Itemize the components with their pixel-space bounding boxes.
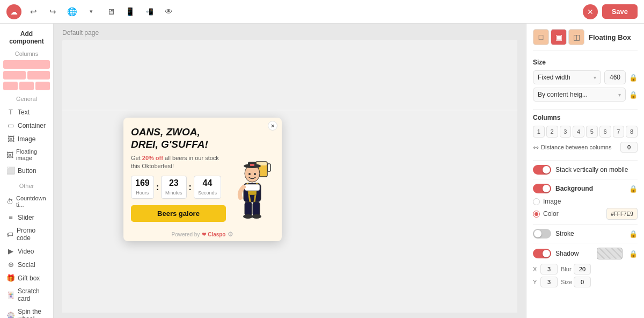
col-third-2[interactable] [19, 82, 34, 90]
countdown-sep-2: : [189, 183, 192, 192]
rp-col-2[interactable]: 2 [546, 126, 558, 138]
rp-columns-grid: 1 2 3 4 5 6 7 8 [533, 126, 638, 138]
rp-divider-4 [533, 224, 638, 225]
columns-group [3, 60, 50, 90]
rp-stroke-toggle[interactable] [533, 229, 551, 238]
floating-box-popup: ✕ OANS, ZWOA, DREI, G'SUFFA! Get 20% off… [123, 118, 282, 241]
popup-cta-button[interactable]: Beers galore [131, 205, 226, 222]
sidebar-item-spin[interactable]: 🎡 Spin the wheel [3, 305, 50, 318]
rp-col-3[interactable]: 3 [560, 126, 572, 138]
rp-col-8[interactable]: 8 [626, 126, 638, 138]
rp-stack-mobile-toggle[interactable] [533, 165, 551, 175]
rp-bg-color-radio[interactable] [533, 211, 540, 218]
rp-bg-image-radio[interactable] [533, 198, 540, 205]
svg-point-12 [248, 173, 251, 175]
columns-section-label: Columns [3, 50, 50, 57]
col-row-3 [3, 82, 50, 90]
sidebar-item-scratch[interactable]: 🃏 Scratch card [3, 285, 50, 305]
tablet-icon[interactable]: 📱 [122, 4, 137, 19]
rp-shadow-lock: 🔒 [629, 250, 638, 258]
rp-shadow-y: Y [533, 277, 558, 287]
left-sidebar: Add component Columns General T Text ▭ C… [0, 24, 54, 318]
video-icon: ▶ [6, 247, 15, 255]
other-section-label: Other [3, 183, 50, 189]
rp-type-icon-1[interactable]: □ [533, 29, 549, 45]
rp-size-title: Size [533, 59, 638, 66]
col-third-1[interactable] [3, 82, 18, 90]
rp-shadow-blur-input[interactable] [574, 264, 591, 274]
sidebar-item-floating-image[interactable]: 🖼 Floating image [3, 146, 50, 164]
svg-rect-7 [245, 184, 260, 191]
rp-shadow-y-input[interactable] [540, 277, 558, 287]
sidebar-item-promo[interactable]: 🏷 Promo code [3, 224, 50, 244]
col-third-3[interactable] [35, 82, 50, 90]
rp-shadow-x-input[interactable] [540, 264, 558, 274]
col-single[interactable] [3, 60, 50, 69]
col-half-1[interactable] [3, 71, 26, 80]
rp-col-6[interactable]: 6 [599, 126, 611, 138]
rp-width-value[interactable]: 460 [604, 70, 626, 84]
save-button[interactable]: Save [602, 4, 638, 19]
redo-button[interactable]: ↪ [45, 4, 60, 19]
canvas-area: Default page ✕ OANS, ZWOA, DREI, G'SUFFA… [54, 24, 526, 318]
popup-close-button[interactable]: ✕ [268, 121, 277, 131]
rp-color-chip[interactable]: #FFF7E9 [606, 208, 638, 220]
rp-col-1[interactable]: 1 [533, 126, 545, 138]
promo-icon: 🏷 [6, 230, 14, 238]
rp-bg-color-row: Color #FFF7E9 [533, 208, 638, 220]
rp-shadow-x: X [533, 264, 558, 274]
rp-shadow-size: Size [561, 277, 591, 287]
social-icon: ⊕ [6, 261, 15, 269]
rp-type-icon-2[interactable]: ▣ [551, 29, 567, 45]
col-row-2 [3, 71, 50, 80]
sidebar-item-countdown[interactable]: ⏱ Countdown ti... [3, 192, 50, 211]
mobile-icon[interactable]: 📲 [142, 4, 157, 19]
preview-icon[interactable]: 👁 [161, 4, 176, 19]
close-button[interactable]: ✕ [583, 4, 598, 19]
sidebar-title: Add component [3, 30, 50, 45]
rp-width-lock: 🔒 [629, 74, 638, 82]
countdown-sep-1: : [156, 183, 159, 192]
col-half-2[interactable] [27, 71, 50, 80]
topbar: ☁ ↩ ↪ 🌐 ▾ 🖥 📱 📲 👁 ✕ Save [0, 0, 644, 24]
rp-height-select[interactable]: By content heig... ▾ [533, 88, 626, 102]
chevron-down-icon[interactable]: ▾ [84, 4, 99, 19]
sidebar-item-video[interactable]: ▶ Video [3, 244, 50, 258]
rp-size-section: Size Fixed width ▾ 460 🔒 By content heig… [533, 59, 638, 102]
toggle-knob-shadow [543, 250, 550, 257]
button-icon: ⬜ [6, 167, 15, 175]
rp-col-7[interactable]: 7 [613, 126, 625, 138]
sidebar-item-slider[interactable]: ≡ Slider [3, 211, 50, 224]
sidebar-item-text[interactable]: T Text [3, 105, 50, 119]
sidebar-item-container[interactable]: ▭ Container [3, 119, 50, 132]
undo-button[interactable]: ↩ [26, 4, 41, 19]
rp-shadow-size-input[interactable] [574, 277, 591, 287]
rp-columns-title: Columns [533, 114, 638, 121]
rp-shadow-row: Shadow 🔒 [533, 248, 638, 259]
rp-shadow-blur: Blur [561, 264, 591, 274]
svg-point-16 [243, 214, 253, 219]
rp-shadow-toggle[interactable] [533, 249, 551, 258]
rp-distance-value[interactable]: 0 [620, 142, 638, 153]
image-icon: 🖼 [6, 135, 15, 143]
sidebar-item-social[interactable]: ⊕ Social [3, 258, 50, 271]
globe-button[interactable]: 🌐 [64, 4, 79, 19]
rp-col-5[interactable]: 5 [586, 126, 598, 138]
sidebar-item-gift[interactable]: 🎁 Gift box [3, 271, 50, 285]
canvas-bottom-right [410, 111, 517, 313]
desktop-icon[interactable]: 🖥 [103, 4, 118, 19]
rp-bg-toggle[interactable] [533, 184, 551, 193]
svg-rect-15 [253, 202, 260, 216]
app-logo: ☁ [6, 4, 21, 19]
rp-col-4[interactable]: 4 [573, 126, 584, 138]
canvas-top [62, 40, 517, 110]
sidebar-item-button[interactable]: ⬜ Button [3, 164, 50, 177]
main-layout: Add component Columns General T Text ▭ C… [0, 24, 644, 318]
gift-icon: 🎁 [6, 274, 15, 282]
rp-width-select[interactable]: Fixed width ▾ [533, 70, 601, 84]
rp-type-icon-3[interactable]: ◫ [568, 29, 584, 45]
sidebar-item-image[interactable]: 🖼 Image [3, 132, 50, 146]
rp-background-section: Background 🔒 Image Color #FFF7E9 [533, 184, 638, 220]
rp-bg-lock: 🔒 [629, 185, 638, 193]
floating-image-icon: 🖼 [6, 151, 13, 159]
